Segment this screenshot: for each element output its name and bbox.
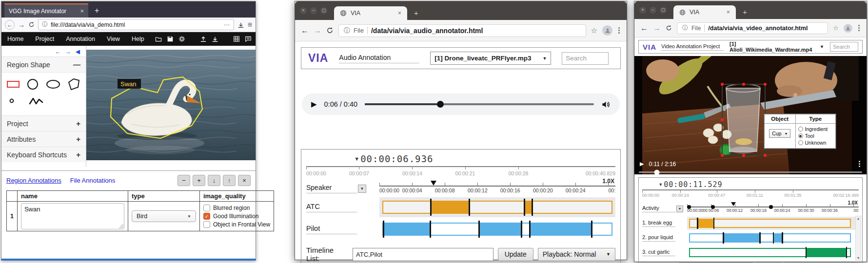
close-tab-icon[interactable]: × <box>398 10 401 17</box>
menu-home[interactable]: Home <box>1 36 29 42</box>
video-track[interactable] <box>689 248 851 257</box>
keyframe-dot[interactable] <box>769 205 773 209</box>
group-select[interactable]: Activity ▼ <box>642 202 687 212</box>
sidebar-section-region-shape[interactable]: Region Shape — <box>1 56 86 72</box>
timeline-row-pour-liquid[interactable]: 2. pour liquid <box>642 230 859 245</box>
point-shape-tool[interactable] <box>8 97 15 104</box>
rect-shape-tool[interactable] <box>6 80 20 89</box>
volume-icon[interactable] <box>601 99 611 109</box>
file-select[interactable]: [1] Alioli_Wikimedia_Wardtmar.mp4 ▼ <box>729 42 825 52</box>
new-tab-button[interactable]: + <box>407 9 425 20</box>
menu-project[interactable]: Project <box>29 36 60 42</box>
timeline-segment[interactable] <box>383 224 431 235</box>
seek-knob[interactable] <box>437 101 444 108</box>
expand-icon[interactable]: + <box>76 119 80 128</box>
checkbox-object-frontal[interactable] <box>203 221 210 228</box>
track-label[interactable]: 3. cut garlic <box>642 249 675 256</box>
search-input[interactable] <box>562 52 609 65</box>
quality-option[interactable]: ✓ Good Illumination <box>203 213 270 220</box>
menu-annotation[interactable]: Annotation <box>60 36 101 42</box>
track-label[interactable]: Pilot <box>306 225 357 234</box>
playhead-marker[interactable] <box>731 202 736 206</box>
sidebar-section-attributes[interactable]: Attributes + <box>1 131 86 147</box>
import-icon[interactable] <box>200 36 207 42</box>
annotation-panel-icon[interactable] <box>245 36 252 42</box>
radio-option[interactable]: Unknown <box>798 140 833 146</box>
project-name-field[interactable]: Audio Annotation <box>339 54 419 63</box>
kebab-menu-icon[interactable] <box>857 24 861 32</box>
reload-icon[interactable] <box>666 25 672 31</box>
grid-view-icon[interactable] <box>233 36 240 42</box>
video-kebab-menu-icon[interactable] <box>858 160 861 168</box>
polyline-shape-tool[interactable] <box>28 96 45 106</box>
annotated-image-canvas[interactable]: Swan <box>86 50 256 160</box>
collapse-icon[interactable]: — <box>73 60 80 69</box>
timeline-segment[interactable] <box>479 224 522 235</box>
window-minimize-icon[interactable]: − <box>310 7 317 14</box>
full-timeline-ruler[interactable]: 00:00:0000:00:2400:00:4700:01:1100:01:35… <box>642 189 859 200</box>
sidebar-section-keyboard-shortcuts[interactable]: Keyboard Shortcuts + <box>1 147 86 162</box>
window-maximize-icon[interactable]: ▢ <box>320 7 327 14</box>
video-seek-bar[interactable] <box>639 171 862 173</box>
window-close-icon[interactable]: × <box>300 7 307 14</box>
bookmark-star-icon[interactable]: ☆ <box>591 26 597 35</box>
tab-file-annotations[interactable]: File Annotations <box>70 177 116 184</box>
first-image-icon[interactable]: ◀ <box>76 48 80 55</box>
window-maximize-icon[interactable]: ▢ <box>660 7 667 14</box>
avatar[interactable] <box>844 24 852 33</box>
back-button[interactable]: ← <box>301 27 309 35</box>
back-button[interactable]: ← <box>5 20 15 30</box>
menu-view[interactable]: View <box>101 36 126 42</box>
quality-option[interactable]: Blurred region <box>203 205 270 211</box>
next-image-icon[interactable]: → <box>65 48 71 55</box>
browser-tab[interactable]: VIA × <box>334 6 407 20</box>
downloads-icon[interactable] <box>237 21 244 28</box>
timeline-list-input[interactable] <box>353 248 493 261</box>
new-tab-button[interactable]: + <box>88 6 105 18</box>
radio-option[interactable]: Ingredient <box>798 126 833 132</box>
keyframe-dot[interactable] <box>711 205 715 209</box>
file-select[interactable]: [1] Drone_liveatc_PRFlyer.mp3 ▼ <box>430 52 551 65</box>
timeline-segment[interactable] <box>431 202 470 213</box>
checkbox-good-illumination[interactable]: ✓ <box>203 213 210 220</box>
open-folder-icon[interactable] <box>155 36 162 42</box>
timeline-row-pilot[interactable]: Pilot <box>306 218 615 240</box>
forward-button[interactable]: → <box>653 24 661 32</box>
track-label[interactable]: 1. break egg <box>642 220 675 227</box>
save-project-icon[interactable] <box>167 36 174 42</box>
del-row-button[interactable]: − <box>178 175 190 186</box>
scroll-up-icon[interactable]: ▲ <box>857 217 860 220</box>
settings-gear-icon[interactable] <box>178 36 185 42</box>
video-track[interactable] <box>689 233 851 243</box>
timeline-segment[interactable] <box>524 202 533 213</box>
ellipse-shape-tool[interactable] <box>45 79 61 90</box>
prev-image-icon[interactable]: ← <box>55 48 61 55</box>
scroll-down-icon[interactable]: ▼ <box>857 256 860 260</box>
menu-help[interactable]: Help <box>126 36 150 42</box>
close-editor-button[interactable]: × <box>238 175 251 186</box>
hamburger-menu-icon[interactable]: ≡ <box>248 21 252 29</box>
video-canvas[interactable]: Object Type Cup ▼ Ingredient <box>634 56 867 174</box>
expand-icon[interactable]: + <box>76 150 80 159</box>
bookmark-star-icon[interactable]: ☆ <box>833 24 839 32</box>
export-icon[interactable] <box>212 36 218 42</box>
radio-option[interactable]: Tool <box>798 133 833 139</box>
reload-icon[interactable] <box>28 21 35 28</box>
audio-track[interactable] <box>382 201 612 214</box>
polygon-shape-tool[interactable] <box>67 77 81 91</box>
add-row-button[interactable]: + <box>193 175 205 186</box>
new-tab-button[interactable]: + <box>736 8 754 19</box>
radio-unknown[interactable] <box>798 140 803 145</box>
full-timeline-ruler[interactable]: 00:00:0000:00:0700:00:1400:00:2100:00:28… <box>306 166 615 179</box>
play-icon[interactable]: ▶ <box>311 100 317 109</box>
firefox-titlebar[interactable]: VGG Image Annotator × + <box>1 1 256 18</box>
playhead-marker[interactable] <box>431 181 436 186</box>
move-down-button[interactable]: ↓ <box>208 175 220 186</box>
name-textarea[interactable]: Swan <box>21 203 124 229</box>
timeline-row-cut-garlic[interactable]: 3. cut garlic <box>642 245 859 260</box>
object-select[interactable]: Cup ▼ <box>769 129 790 138</box>
window-close-icon[interactable]: × <box>639 7 646 14</box>
forward-button[interactable]: → <box>314 27 321 35</box>
keyframe-dot[interactable] <box>687 205 691 209</box>
track-label[interactable]: ATC <box>306 203 357 212</box>
